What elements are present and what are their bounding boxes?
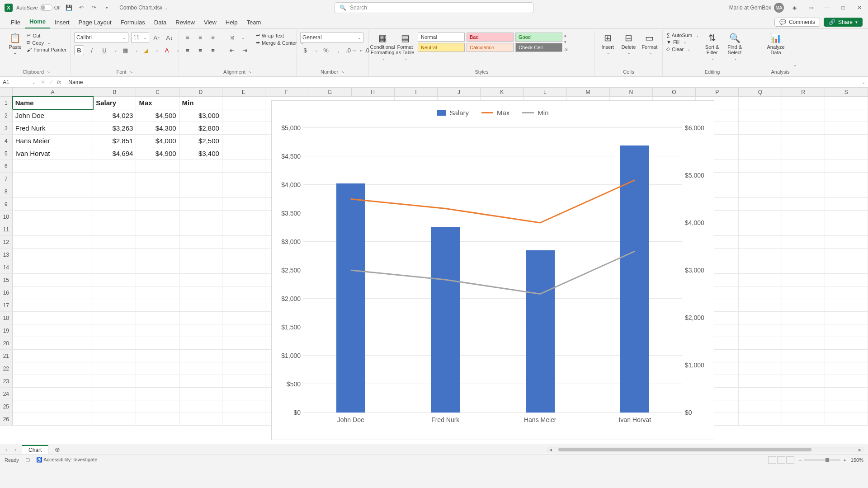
row-header-17[interactable]: 17 <box>0 299 13 312</box>
cell-A22[interactable] <box>13 362 93 375</box>
add-sheet-button[interactable]: ⊕ <box>52 446 63 453</box>
zoom-in-icon[interactable]: + <box>843 457 846 463</box>
styles-more-icon[interactable]: ⇲ <box>564 47 568 52</box>
dialog-launcher-icon[interactable]: ↘ <box>47 70 50 74</box>
cell-E15[interactable] <box>222 274 265 286</box>
cell-C24[interactable] <box>136 388 179 400</box>
cell-D7[interactable] <box>179 173 222 185</box>
cell-E24[interactable] <box>222 388 265 400</box>
decrease-decimal-icon[interactable]: ←.0 <box>359 45 369 55</box>
cell-D20[interactable] <box>179 337 222 350</box>
column-header-R[interactable]: R <box>782 88 825 96</box>
sheet-tab-chart[interactable]: Chart <box>22 445 48 454</box>
normal-view-icon[interactable] <box>768 456 776 464</box>
align-left-icon[interactable]: ≡ <box>183 45 193 55</box>
cell-B16[interactable] <box>93 286 136 299</box>
cell-A7[interactable] <box>13 173 93 185</box>
column-header-I[interactable]: I <box>395 88 438 96</box>
cell-R18[interactable] <box>782 312 825 324</box>
decrease-font-icon[interactable]: A↓ <box>165 33 175 42</box>
cell-D10[interactable] <box>179 211 222 223</box>
cell-C26[interactable] <box>136 413 179 426</box>
align-right-icon[interactable]: ≡ <box>208 45 218 55</box>
cell-S18[interactable] <box>825 312 868 324</box>
cell-C7[interactable] <box>136 173 179 185</box>
cell-R26[interactable] <box>782 413 825 426</box>
cell-B7[interactable] <box>93 173 136 185</box>
row-header-18[interactable]: 18 <box>0 312 13 324</box>
cell-B18[interactable] <box>93 312 136 324</box>
cell-B12[interactable] <box>93 236 136 249</box>
column-header-B[interactable]: B <box>93 88 136 96</box>
cell-S6[interactable] <box>825 160 868 173</box>
cell-style-check-cell[interactable]: Check Cell <box>515 43 562 52</box>
autosum-button[interactable]: ∑AutoSum ⌄ <box>666 33 699 38</box>
cell-B6[interactable] <box>93 160 136 173</box>
row-header-3[interactable]: 3 <box>0 122 13 135</box>
scrollbar-thumb[interactable] <box>558 448 811 451</box>
column-header-A[interactable]: A <box>13 88 94 96</box>
cell-R25[interactable] <box>782 400 825 413</box>
cell-A2[interactable]: John Doe <box>13 109 93 122</box>
tab-formulas[interactable]: Formulas <box>116 16 150 28</box>
font-color-icon[interactable]: A <box>162 45 172 55</box>
cell-A12[interactable] <box>13 236 93 249</box>
cell-B24[interactable] <box>93 388 136 400</box>
cell-E18[interactable] <box>222 312 265 324</box>
cell-C13[interactable] <box>136 249 179 261</box>
dialog-launcher-icon[interactable]: ↘ <box>129 70 133 74</box>
embedded-chart[interactable]: Salary Max Min $0$500$1,000$1,500$2,000$… <box>271 100 714 440</box>
cell-Q9[interactable] <box>739 198 782 211</box>
cell-S26[interactable] <box>825 413 868 426</box>
cell-D11[interactable] <box>179 223 222 236</box>
increase-decimal-icon[interactable]: .0→ <box>346 45 356 55</box>
cell-D1[interactable]: Min <box>179 97 222 109</box>
increase-font-icon[interactable]: A↑ <box>152 33 162 42</box>
cell-Q16[interactable] <box>739 286 782 299</box>
select-all-corner[interactable] <box>0 88 13 96</box>
cell-S13[interactable] <box>825 249 868 261</box>
accessibility-status[interactable]: ♿ Accessibility: Investigate <box>36 457 98 463</box>
cell-E25[interactable] <box>222 400 265 413</box>
cell-Q18[interactable] <box>739 312 782 324</box>
undo-icon[interactable]: ↶ <box>77 3 86 12</box>
cell-R6[interactable] <box>782 160 825 173</box>
font-size-select[interactable]: 11⌄ <box>131 33 149 42</box>
cell-S15[interactable] <box>825 274 868 286</box>
macro-record-icon[interactable]: ▢ <box>25 457 30 463</box>
cell-D5[interactable]: $3,400 <box>179 147 222 160</box>
cell-S25[interactable] <box>825 400 868 413</box>
cell-A16[interactable] <box>13 286 93 299</box>
format-cells-button[interactable]: ▭Format⌄ <box>641 33 659 55</box>
cell-E22[interactable] <box>222 362 265 375</box>
account-button[interactable]: Mario at GemBox MA <box>729 3 784 13</box>
number-format-select[interactable]: General⌄ <box>300 33 363 42</box>
cell-D16[interactable] <box>179 286 222 299</box>
cell-S9[interactable] <box>825 198 868 211</box>
cell-Q12[interactable] <box>739 236 782 249</box>
collapse-ribbon-icon[interactable]: ⌄ <box>793 62 797 67</box>
cell-E12[interactable] <box>222 236 265 249</box>
cell-Q11[interactable] <box>739 223 782 236</box>
cell-style-good[interactable]: Good <box>515 33 562 42</box>
row-header-5[interactable]: 5 <box>0 147 13 160</box>
cell-S4[interactable] <box>825 135 868 147</box>
column-header-S[interactable]: S <box>825 88 868 96</box>
maximize-icon[interactable]: □ <box>837 2 849 14</box>
cell-E10[interactable] <box>222 211 265 223</box>
cell-B10[interactable] <box>93 211 136 223</box>
cell-B26[interactable] <box>93 413 136 426</box>
cell-Q7[interactable] <box>739 173 782 185</box>
cell-B15[interactable] <box>93 274 136 286</box>
formula-input[interactable]: Name <box>66 79 868 85</box>
cell-Q17[interactable] <box>739 299 782 312</box>
styles-scroll-down-icon[interactable]: ▾ <box>564 40 568 44</box>
filename[interactable]: Combo Chart.xlsx⌄ <box>119 5 168 11</box>
orientation-icon[interactable]: ⤭ <box>227 33 237 42</box>
column-header-P[interactable]: P <box>696 88 739 96</box>
cell-Q19[interactable] <box>739 324 782 337</box>
tab-review[interactable]: Review <box>171 16 199 28</box>
cell-Q1[interactable] <box>739 97 782 109</box>
cell-D23[interactable] <box>179 375 222 388</box>
qat-customize-icon[interactable]: ▾ <box>102 3 111 12</box>
